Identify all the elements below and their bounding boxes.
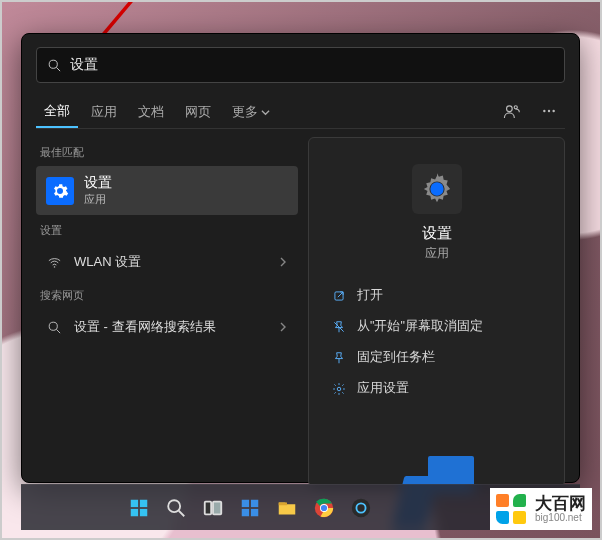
image-frame: [0, 0, 602, 540]
